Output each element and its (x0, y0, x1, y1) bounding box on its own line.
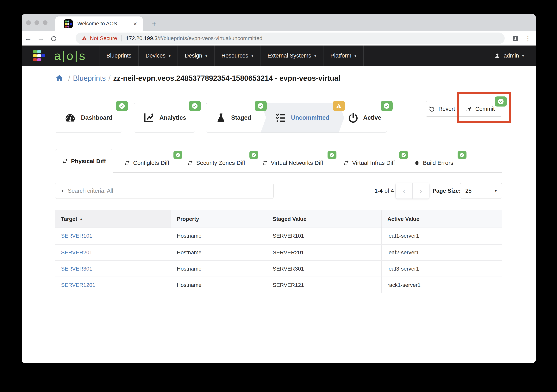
bug-icon (414, 160, 420, 166)
workflow-step-active[interactable]: Active (342, 103, 387, 132)
view-card-dashboard[interactable]: Dashboard (55, 103, 122, 133)
cell-target: SERVER101 (55, 228, 171, 244)
tab-virtual-networks-diff[interactable]: Virtual Networks Diff (262, 153, 323, 173)
tab-security-zones-diff[interactable]: Security Zones Diff (187, 153, 245, 173)
cell-active-value: leaf3-server1 (381, 261, 502, 277)
user-icon (494, 53, 501, 59)
revert-icon (429, 106, 435, 112)
tab-configlets-diff[interactable]: Configlets Diff (124, 153, 169, 173)
tab-physical-diff[interactable]: Physical Diff (55, 149, 113, 173)
uncommitted-warning-badge (333, 101, 345, 111)
workflow-step-staged[interactable]: Staged (206, 103, 261, 132)
table-row: SERVER101 Hostname SERVER101 leaf1-serve… (55, 228, 502, 244)
expand-caret-icon[interactable]: ▸ (62, 188, 64, 193)
diff-tabs: Physical Diff Configlets Diff Security Z… (55, 149, 502, 173)
checklist-icon (275, 112, 286, 123)
reload-icon[interactable] (47, 34, 60, 42)
breadcrumb-separator: / (108, 74, 111, 82)
swap-arrows-icon (262, 160, 268, 166)
back-icon[interactable]: ← (22, 34, 34, 42)
column-header-target[interactable]: Target ▲ (55, 210, 171, 228)
target-link[interactable]: SERVER1201 (61, 282, 95, 288)
aos-logo-grid-icon (33, 50, 45, 61)
page-title: zz-neil-evpn.veos.2485377892354-15806532… (113, 74, 340, 82)
cell-property: Hostname (171, 261, 267, 277)
chevron-down-icon: ▾ (354, 53, 356, 58)
window-controls (26, 20, 48, 25)
breadcrumb: / Blueprints / zz-neil-evpn.veos.2485377… (55, 74, 340, 82)
search-criteria-box[interactable]: ▸ Search criteria: All (55, 183, 274, 199)
menu-item-resources[interactable]: Resources▾ (214, 46, 261, 66)
dashboard-label: Dashboard (81, 114, 112, 121)
browser-window: Welcome to AOS × + ← → Not Secure 172.20… (22, 14, 536, 363)
zoom-window-button[interactable] (43, 20, 48, 25)
analytics-label: Analytics (159, 114, 186, 121)
url-bar[interactable]: Not Secure 172.20.199.3 /#/blueprints/ev… (76, 32, 505, 44)
tab-label: Virtual Networks Diff (271, 160, 323, 166)
aos-logo-text: a|o|s (54, 49, 86, 63)
user-name: admin (504, 53, 519, 59)
chevron-down-icon: ▾ (169, 53, 171, 58)
column-header-staged-value[interactable]: Staged Value (267, 210, 381, 228)
menu-item-platform[interactable]: Platform▾ (323, 46, 364, 66)
prev-page-button[interactable]: ‹ (395, 183, 412, 199)
page-size-label: Page Size: (433, 183, 461, 199)
browser-menu-icon[interactable]: ⋮ (524, 35, 532, 42)
view-card-analytics[interactable]: Analytics (134, 103, 195, 133)
check-circle-icon (118, 103, 125, 109)
page-size-select[interactable]: 25 ▾ (460, 183, 502, 199)
tab-title: Welcome to AOS (77, 21, 132, 27)
target-link[interactable]: SERVER201 (61, 249, 92, 256)
aos-logo[interactable]: a|o|s (22, 46, 99, 66)
table-row: SERVER1201 Hostname SERVER121 rack1-serv… (55, 277, 502, 293)
workflow-step-uncommitted[interactable]: Uncommitted (266, 103, 339, 132)
menu-item-external-systems[interactable]: External Systems▾ (260, 46, 323, 66)
next-page-button[interactable]: › (412, 183, 429, 199)
target-link[interactable]: SERVER101 (61, 233, 92, 239)
table-row: SERVER301 Hostname SERVER301 leaf3-serve… (55, 260, 502, 277)
revert-button[interactable]: Revert (426, 101, 458, 117)
column-header-property[interactable]: Property (171, 210, 267, 228)
pagination-range: 1-4 of 4 (374, 183, 394, 199)
cell-property: Hostname (171, 228, 267, 244)
column-header-active-value[interactable]: Active Value (381, 210, 502, 228)
check-circle-icon (191, 103, 198, 109)
menu-item-blueprints[interactable]: Blueprints (99, 46, 138, 66)
tab-label: Build Errors (423, 160, 453, 166)
url-host: 172.20.199.3 (126, 35, 157, 41)
tab-virtual-infras-diff[interactable]: Virtual Infras Diff (343, 153, 395, 173)
success-badge (116, 101, 128, 111)
swap-arrows-icon (62, 158, 68, 164)
profile-badge-icon[interactable] (512, 35, 519, 42)
browser-tab[interactable]: Welcome to AOS × (55, 16, 143, 31)
gauge-icon (64, 112, 76, 124)
forward-icon[interactable]: → (34, 34, 47, 42)
menu-item-devices[interactable]: Devices▾ (138, 46, 178, 66)
minimize-window-button[interactable] (34, 20, 39, 25)
check-circle-icon (497, 98, 504, 105)
main-menu: Blueprints Devices▾ Design▾ Resources▾ E… (99, 46, 364, 66)
breadcrumb-link-blueprints[interactable]: Blueprints (73, 74, 106, 82)
range-current: 1-4 (374, 188, 383, 194)
close-tab-icon[interactable]: × (132, 20, 138, 27)
target-link[interactable]: SERVER301 (61, 266, 92, 272)
tab-build-errors[interactable]: Build Errors (414, 153, 453, 173)
chevron-down-icon: ▾ (314, 53, 316, 58)
user-menu[interactable]: admin ▾ (486, 46, 536, 66)
cell-target: SERVER301 (55, 261, 171, 277)
warning-triangle-icon (335, 103, 342, 109)
not-secure-icon (82, 35, 87, 41)
check-circle-icon (459, 152, 465, 158)
chevron-down-icon: ▾ (522, 53, 524, 58)
cell-target: SERVER201 (55, 245, 171, 260)
new-tab-button[interactable]: + (149, 18, 159, 29)
menu-item-design[interactable]: Design▾ (178, 46, 214, 66)
revert-label: Revert (438, 106, 455, 112)
not-secure-label[interactable]: Not Secure (90, 35, 117, 41)
range-total: of 4 (385, 188, 394, 194)
check-circle-icon (257, 103, 264, 109)
home-icon[interactable] (55, 74, 64, 82)
active-label: Active (363, 114, 381, 121)
check-circle-icon (401, 152, 406, 158)
close-window-button[interactable] (26, 20, 31, 25)
